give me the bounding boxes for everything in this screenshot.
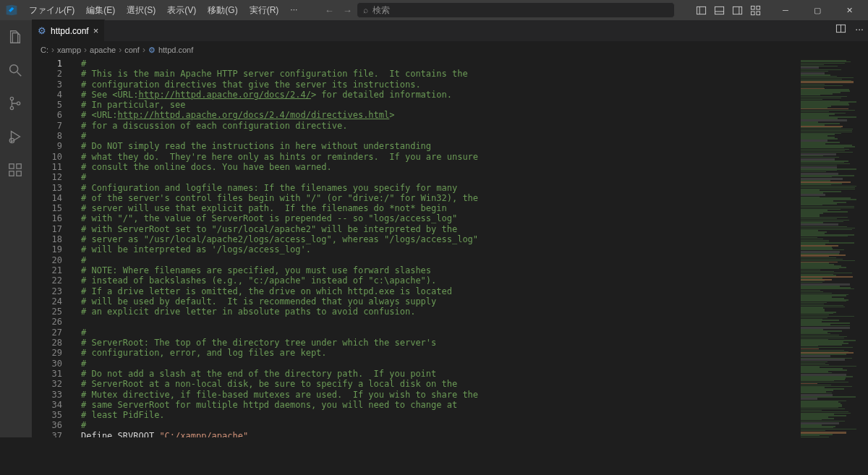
svg-rect-2 — [715, 7, 723, 14]
svg-rect-18 — [17, 171, 21, 176]
svg-point-12 — [10, 97, 13, 100]
window-minimize-button[interactable]: ─ — [770, 0, 801, 20]
chevron-right-icon: › — [84, 45, 87, 55]
menu-more[interactable]: ··· — [284, 1, 303, 20]
app-icon — [0, 4, 23, 16]
menu-bar: ファイル(F) 編集(E) 選択(S) 表示(V) 移動(G) 実行(R) ··… — [23, 1, 303, 20]
menu-view[interactable]: 表示(V) — [161, 1, 202, 20]
activity-scm-icon[interactable] — [7, 95, 25, 111]
tab-httpd-conf[interactable]: ⚙ httpd.conf × — [32, 20, 105, 41]
svg-point-13 — [10, 106, 13, 109]
toggle-panel-icon[interactable] — [714, 5, 725, 16]
minimap[interactable] — [799, 58, 868, 437]
activity-explorer-icon[interactable] — [7, 29, 25, 45]
breadcrumb[interactable]: C:› xampp› apache› conf› ⚙ httpd.conf — [32, 42, 868, 58]
svg-rect-6 — [751, 6, 754, 9]
line-number-gutter: 1234567891011121314151617181920212223242… — [32, 58, 75, 437]
tab-close-icon[interactable]: × — [93, 25, 99, 36]
svg-rect-7 — [757, 6, 760, 9]
crumb[interactable]: httpd.conf — [158, 46, 193, 54]
gear-icon: ⚙ — [38, 25, 46, 36]
menu-go[interactable]: 移動(G) — [202, 1, 243, 20]
chevron-right-icon: › — [119, 45, 122, 55]
svg-rect-8 — [751, 11, 754, 14]
svg-rect-4 — [733, 7, 741, 14]
search-placeholder: 検索 — [373, 4, 390, 17]
svg-rect-16 — [9, 164, 14, 168]
window-close-button[interactable]: ✕ — [833, 0, 865, 20]
menu-select[interactable]: 選択(S) — [121, 1, 161, 20]
split-editor-icon[interactable] — [835, 23, 846, 35]
activity-run-icon[interactable] — [7, 129, 25, 145]
menu-edit[interactable]: 編集(E) — [80, 1, 121, 20]
gear-icon: ⚙ — [148, 46, 156, 55]
svg-rect-17 — [9, 171, 14, 176]
svg-point-10 — [10, 65, 18, 73]
svg-point-14 — [17, 102, 20, 105]
search-icon: ⌕ — [363, 5, 368, 15]
editor[interactable]: 1234567891011121314151617181920212223242… — [32, 58, 868, 437]
nav-back-icon[interactable]: ← — [325, 5, 334, 16]
crumb[interactable]: C: — [41, 46, 48, 54]
svg-line-11 — [17, 72, 22, 77]
crumb[interactable]: apache — [90, 46, 116, 54]
chevron-right-icon: › — [51, 45, 54, 55]
tab-more-icon[interactable]: ··· — [855, 23, 864, 35]
nav-forward-icon[interactable]: → — [343, 5, 352, 16]
tab-label: httpd.conf — [51, 26, 89, 36]
activity-search-icon[interactable] — [7, 62, 25, 78]
crumb[interactable]: conf — [124, 46, 140, 54]
menu-run[interactable]: 実行(R) — [244, 1, 285, 20]
title-bar: ファイル(F) 編集(E) 選択(S) 表示(V) 移動(G) 実行(R) ··… — [0, 0, 868, 20]
crumb[interactable]: xampp — [57, 46, 81, 54]
customize-layout-icon[interactable] — [750, 5, 761, 16]
activity-extensions-icon[interactable] — [7, 162, 25, 178]
svg-rect-0 — [697, 7, 705, 14]
command-center-search[interactable]: ⌕ 検索 — [357, 2, 675, 18]
toggle-primary-sidebar-icon[interactable] — [696, 5, 707, 16]
window-maximize-button[interactable]: ▢ — [801, 0, 833, 20]
svg-rect-9 — [757, 11, 760, 14]
toggle-secondary-sidebar-icon[interactable] — [732, 5, 743, 16]
tab-bar: ⚙ httpd.conf × ··· — [32, 20, 868, 42]
menu-file[interactable]: ファイル(F) — [23, 1, 80, 20]
svg-rect-19 — [17, 164, 21, 168]
chevron-right-icon: › — [142, 45, 145, 55]
code-area[interactable]: ## This is the main Apache HTTP server c… — [75, 58, 799, 437]
activity-bar — [0, 20, 32, 437]
